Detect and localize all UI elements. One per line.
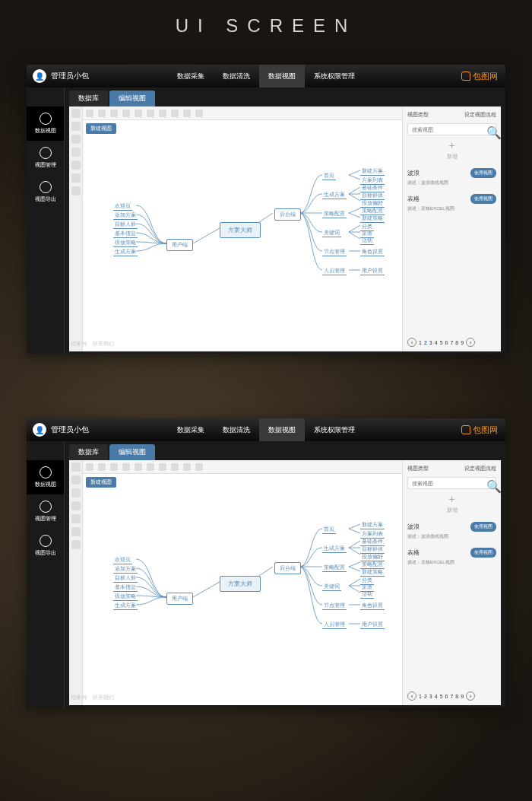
node-leaf[interactable]: 节点管理 (322, 602, 347, 610)
nav-data-collect[interactable]: 数据采集 (168, 418, 214, 441)
tool-icon[interactable] (71, 109, 81, 118)
use-view-button[interactable]: 使用视图 (470, 548, 496, 558)
footer-link[interactable]: 联系我们 (93, 694, 114, 701)
node-leaf[interactable]: 关键词 (322, 583, 341, 591)
page-next-icon[interactable]: › (466, 691, 475, 701)
tool-icon[interactable] (71, 540, 81, 549)
toolbar-icon[interactable] (159, 110, 166, 117)
toolbar-icon[interactable] (171, 110, 179, 117)
mindmap-canvas[interactable]: 欢迎页 添加方案 目标人群 基本信息 投放策略 生成方案 用户端 方案大师 后台… (98, 137, 402, 351)
tool-icon[interactable] (71, 501, 81, 510)
search-input[interactable] (410, 480, 486, 487)
nav-data-view[interactable]: 数据视图 (259, 418, 305, 441)
tool-icon[interactable] (71, 186, 81, 195)
tool-icon[interactable] (71, 148, 81, 157)
nav-data-view[interactable]: 数据视图 (259, 65, 305, 87)
node-leaf[interactable]: 生成方案 (113, 248, 138, 256)
nav-data-clean[interactable]: 数据清洗 (214, 65, 259, 87)
page-num[interactable]: 3 (429, 340, 432, 345)
page-num[interactable]: 7 (450, 340, 453, 345)
tab-database[interactable]: 数据库 (69, 444, 108, 460)
sidebar-item-data-view[interactable]: 数据视图 (27, 460, 64, 494)
panel-tab-set-flow[interactable]: 设定视图流程 (464, 465, 496, 472)
node-leaf[interactable]: 策略配置 (322, 210, 347, 218)
node-backend[interactable]: 后台端 (274, 208, 301, 221)
nav-permissions[interactable]: 系统权限管理 (305, 65, 364, 87)
toolbar-icon[interactable] (86, 110, 93, 117)
node-leaf[interactable]: 人员管理 (322, 621, 347, 629)
tool-icon[interactable] (71, 462, 81, 472)
add-new-button[interactable]: + (407, 494, 496, 504)
toolbar-icon[interactable] (98, 463, 106, 471)
node-leaf[interactable]: 新建策略 (360, 568, 385, 577)
tool-icon[interactable] (71, 135, 81, 144)
node-leaf[interactable]: 添加方案 (113, 211, 138, 220)
tool-icon[interactable] (71, 527, 81, 536)
node-leaf[interactable]: 策略配置 (322, 564, 347, 572)
toolbar-icon[interactable] (110, 463, 118, 471)
node-leaf[interactable]: 欢迎页 (113, 556, 132, 564)
tab-edit-view[interactable]: 编辑视图 (109, 91, 155, 106)
page-num[interactable]: 5 (440, 340, 443, 345)
node-root[interactable]: 方案大师 (220, 576, 261, 592)
page-num[interactable]: 1 (419, 340, 422, 345)
toolbar-icon[interactable] (135, 110, 142, 117)
node-leaf[interactable]: 基本信息 (113, 230, 138, 238)
node-leaf[interactable]: 新建方案 (360, 521, 385, 529)
use-view-button[interactable]: 使用视图 (470, 522, 496, 532)
page-num[interactable]: 9 (461, 340, 464, 345)
page-num[interactable]: 6 (445, 694, 448, 699)
mindmap-canvas[interactable]: 欢迎页 添加方案 目标人群 基本信息 投放策略 生成方案 用户端 方案大师 后台… (98, 491, 402, 705)
node-leaf[interactable]: 角色设置 (360, 602, 385, 610)
toolbar-icon[interactable] (171, 463, 179, 471)
search-icon[interactable]: 🔍 (486, 126, 494, 133)
page-num[interactable]: 8 (455, 340, 458, 345)
node-leaf[interactable]: 人员管理 (322, 267, 347, 275)
nav-data-collect[interactable]: 数据采集 (168, 65, 214, 87)
page-prev-icon[interactable]: ‹ (407, 691, 416, 701)
node-leaf[interactable]: 活动 (360, 590, 374, 599)
use-view-button[interactable]: 使用视图 (470, 194, 496, 204)
node-leaf[interactable]: 目标人群 (113, 574, 138, 583)
node-leaf[interactable]: 新建策略 (360, 215, 385, 223)
sidebar-item-view-export[interactable]: 视图导出 (27, 529, 64, 563)
page-num[interactable]: 5 (440, 694, 443, 699)
sidebar-item-data-view[interactable]: 数据视图 (27, 106, 64, 141)
tool-icon[interactable] (71, 173, 81, 183)
node-leaf[interactable]: 欢迎页 (113, 202, 132, 211)
new-view-button[interactable]: 新建视图 (86, 477, 116, 488)
node-leaf[interactable]: 用户设置 (360, 267, 385, 275)
page-num[interactable]: 7 (450, 694, 453, 699)
node-leaf[interactable]: 角色设置 (360, 248, 385, 256)
page-num[interactable]: 9 (461, 694, 464, 699)
nav-data-clean[interactable]: 数据清洗 (214, 418, 259, 441)
node-leaf[interactable]: 基本信息 (113, 583, 138, 592)
new-view-button[interactable]: 新建视图 (86, 123, 116, 134)
page-next-icon[interactable]: › (466, 338, 475, 347)
avatar-icon[interactable]: 👤 (33, 423, 46, 437)
toolbar-icon[interactable] (195, 463, 203, 471)
toolbar-icon[interactable] (147, 110, 154, 117)
tool-icon[interactable] (71, 161, 81, 170)
sidebar-item-view-export[interactable]: 视图导出 (27, 175, 64, 209)
page-num[interactable]: 8 (455, 694, 458, 699)
page-num[interactable]: 1 (419, 694, 422, 699)
toolbar-icon[interactable] (98, 110, 106, 117)
node-leaf[interactable]: 首页 (322, 526, 336, 534)
sidebar-item-view-manage[interactable]: 视图管理 (27, 141, 64, 175)
node-leaf[interactable]: 生成方案 (322, 545, 347, 553)
node-client[interactable]: 用户端 (166, 239, 193, 251)
node-leaf[interactable]: 关键词 (322, 229, 341, 237)
page-num[interactable]: 6 (445, 340, 448, 345)
page-num[interactable]: 4 (435, 340, 438, 345)
node-leaf[interactable]: 节点管理 (322, 248, 347, 256)
page-prev-icon[interactable]: ‹ (407, 338, 416, 347)
panel-tab-view-type[interactable]: 视图类型 (407, 111, 429, 119)
node-client[interactable]: 用户端 (166, 593, 193, 605)
node-leaf[interactable]: 生成方案 (322, 191, 347, 199)
add-new-button[interactable]: + (407, 140, 496, 151)
toolbar-icon[interactable] (147, 463, 154, 471)
panel-tab-view-type[interactable]: 视图类型 (407, 465, 429, 472)
node-leaf[interactable]: 用户设置 (360, 621, 385, 629)
page-num[interactable]: 3 (429, 694, 432, 699)
